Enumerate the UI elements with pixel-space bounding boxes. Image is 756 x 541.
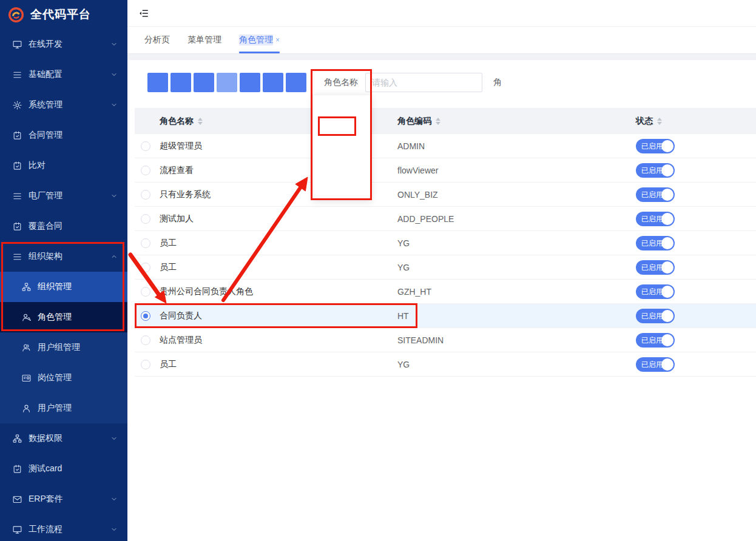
menu-fold-icon[interactable]	[138, 8, 149, 19]
status-toggle[interactable]: 已启用	[636, 212, 675, 226]
contract-icon	[12, 464, 22, 474]
dropdown-item[interactable]	[313, 176, 371, 196]
sidebar-item[interactable]: 组织管理	[0, 272, 127, 302]
role-name-input[interactable]	[365, 73, 482, 92]
contract-icon	[12, 161, 22, 171]
toolbar-button[interactable]	[194, 73, 214, 92]
role-code-cell: ONLY_BIZ	[397, 190, 636, 200]
tab[interactable]: 角色管理 ×	[239, 27, 280, 53]
row-radio[interactable]	[141, 190, 150, 200]
status-toggle[interactable]: 已启用	[636, 309, 675, 323]
status-toggle[interactable]: 已启用	[636, 236, 675, 250]
sidebar-item[interactable]: 测试card	[0, 454, 127, 484]
list-icon	[12, 191, 22, 201]
dropdown-item[interactable]	[313, 99, 371, 118]
tab-close-icon[interactable]: ×	[275, 36, 280, 44]
status-toggle[interactable]: 已启用	[636, 284, 675, 299]
toolbar-button[interactable]	[263, 73, 283, 92]
sidebar-item[interactable]: 覆盖合同	[0, 211, 127, 241]
table-row[interactable]: 合同负责人 HT 已启用	[135, 304, 756, 328]
sidebar-item-label: 角色管理	[38, 312, 118, 323]
user-icon	[21, 403, 32, 414]
table-row[interactable]: 贵州公司合同负责人角色 GZH_HT 已启用	[135, 280, 756, 304]
chevron-down-icon	[110, 101, 118, 109]
content-panel: 角色名称 角 角色名称 角色编码 状态 超级管理员 ADMIN 已启用	[127, 60, 756, 541]
dropdown-item[interactable]	[313, 118, 371, 138]
toolbar-button[interactable]	[286, 73, 306, 92]
dropdown-item[interactable]	[313, 157, 371, 176]
table-row[interactable]: 站点管理员 SITEADMIN 已启用	[135, 328, 756, 352]
role-code-cell: HT	[397, 311, 636, 321]
toggle-knob	[661, 358, 673, 371]
status-toggle[interactable]: 已启用	[636, 163, 675, 178]
row-radio[interactable]	[141, 360, 150, 369]
role-code-cell: GZH_HT	[397, 287, 636, 297]
column-header[interactable]: 角色编码	[397, 116, 636, 127]
sidebar-item[interactable]: 工作流程	[0, 514, 127, 541]
row-radio[interactable]	[141, 141, 150, 151]
sidebar-item[interactable]: 用户组管理	[0, 332, 127, 363]
table-row[interactable]: 超级管理员 ADMIN 已启用	[135, 134, 756, 158]
status-toggle[interactable]: 已启用	[636, 187, 675, 202]
sidebar-item[interactable]: 组织架构	[0, 241, 127, 272]
sidebar-item-label: 组织架构	[29, 251, 110, 262]
sidebar-item-label: 岗位管理	[38, 372, 118, 383]
row-radio[interactable]	[141, 214, 150, 224]
chevron-down-icon	[110, 41, 118, 48]
status-toggle[interactable]: 已启用	[636, 357, 675, 372]
row-radio[interactable]	[141, 287, 150, 297]
sidebar-item-label: 数据权限	[29, 433, 110, 444]
sidebar-item[interactable]: 角色管理	[0, 302, 127, 332]
sidebar-item[interactable]: 在线开发	[0, 29, 127, 59]
row-radio[interactable]	[141, 311, 150, 321]
status-toggle[interactable]: 已启用	[636, 139, 675, 153]
table-row[interactable]: 员工 YG 已启用	[135, 255, 756, 280]
tab[interactable]: 菜单管理	[187, 27, 221, 53]
sidebar-item[interactable]: 比对	[0, 150, 127, 181]
toolbar-buttons	[147, 73, 309, 92]
status-toggle[interactable]: 已启用	[636, 260, 675, 275]
table-row[interactable]: 员工 YG 已启用	[135, 352, 756, 377]
toggle-knob	[661, 310, 673, 322]
dropdown-list	[313, 99, 371, 196]
list-icon	[12, 252, 22, 262]
table-row[interactable]: 测试加人 ADD_PEOPLE 已启用	[135, 207, 756, 231]
status-toggle[interactable]: 已启用	[636, 333, 675, 348]
toggle-knob	[661, 237, 673, 249]
dropdown-item[interactable]	[313, 138, 371, 157]
sidebar-item[interactable]: 数据权限	[0, 423, 127, 454]
table-row[interactable]: 只有业务系统 ONLY_BIZ 已启用	[135, 183, 756, 207]
role-code-cell: YG	[397, 238, 636, 248]
table-row[interactable]: 流程查看 flowViewer 已启用	[135, 158, 756, 183]
tab[interactable]: 分析页	[144, 27, 170, 53]
row-radio[interactable]	[141, 166, 150, 175]
table-body: 超级管理员 ADMIN 已启用 流程查看 flowViewer 已启用 只有业务…	[135, 134, 756, 377]
sidebar-item[interactable]: 系统管理	[0, 90, 127, 120]
toolbar-button[interactable]	[217, 73, 237, 92]
sidebar-item[interactable]: 岗位管理	[0, 363, 127, 393]
sidebar-item-label: 基础配置	[29, 69, 110, 80]
role-name-cell: 合同负责人	[160, 311, 397, 321]
sidebar-item-label: 比对	[29, 160, 118, 171]
table-row[interactable]: 员工 YG 已启用	[135, 231, 756, 255]
row-radio[interactable]	[141, 335, 150, 345]
role-code-cell: flowViewer	[397, 166, 636, 175]
row-radio[interactable]	[141, 238, 150, 248]
sidebar-item[interactable]: 合同管理	[0, 120, 127, 150]
toolbar-button[interactable]	[147, 73, 168, 92]
toggle-knob	[661, 189, 673, 201]
sidebar-item-label: 系统管理	[29, 99, 110, 110]
sidebar-item-label: 用户组管理	[38, 342, 118, 353]
sidebar-item[interactable]: 电厂管理	[0, 181, 127, 211]
role-name-cell: 贵州公司合同负责人角色	[160, 286, 397, 297]
sidebar-item[interactable]: 基础配置	[0, 59, 127, 90]
toolbar-button[interactable]	[170, 73, 191, 92]
role-code-cell: ADMIN	[397, 141, 636, 151]
row-radio[interactable]	[141, 263, 150, 272]
toggle-knob	[661, 286, 673, 298]
column-header[interactable]: 状态	[636, 116, 756, 127]
toolbar-button[interactable]	[240, 73, 260, 92]
sidebar-item[interactable]: ERP套件	[0, 484, 127, 514]
sidebar-item-label: 用户管理	[38, 403, 118, 414]
sidebar-item[interactable]: 用户管理	[0, 393, 127, 423]
